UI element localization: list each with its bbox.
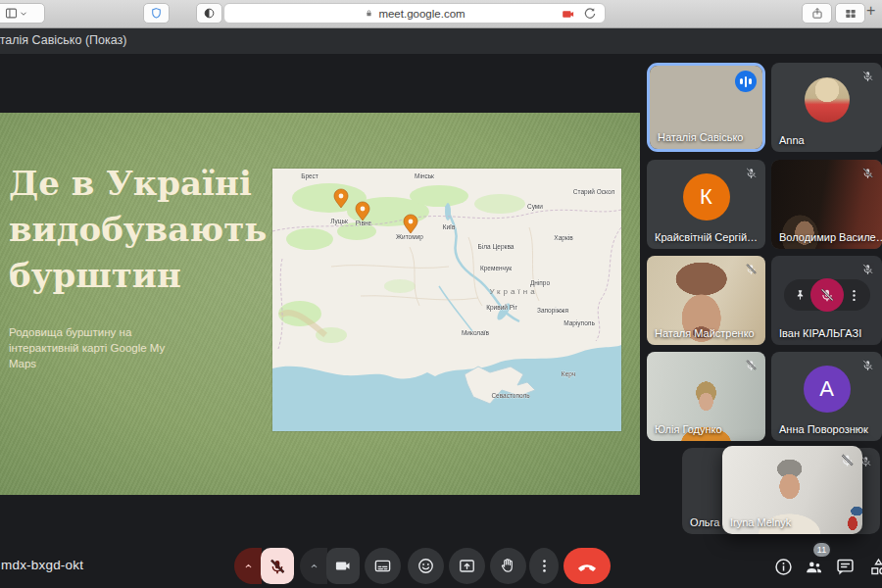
sidebar-toggle-button[interactable]	[0, 3, 45, 24]
participant-tile-yuliia[interactable]: Юлія Годунко	[647, 352, 765, 441]
contrast-icon	[203, 7, 216, 20]
shared-slide: Де в Україні видобувають бурштин Родовищ…	[0, 113, 640, 495]
mic-off-icon	[840, 453, 855, 467]
chevron-up-icon	[309, 561, 319, 571]
map-label: Житомир	[396, 233, 423, 241]
participant-name: Іван КІРАЛЬГАЗІ	[779, 327, 861, 339]
map-label: Кривий Ріг	[486, 304, 517, 312]
muted-indicator[interactable]	[810, 278, 844, 312]
more-options-icon	[536, 558, 553, 574]
presenter-name: Наталія Савісько (Показ)	[0, 27, 126, 54]
mic-off-icon	[861, 167, 874, 179]
presenter-banner: Наталія Савісько (Показ)	[0, 27, 882, 54]
more-options-button[interactable]	[529, 548, 559, 584]
participant-name: Ольга	[690, 516, 719, 528]
avatar: А	[804, 366, 851, 413]
mic-off-icon	[861, 263, 874, 275]
participant-tile-natalia-savisko[interactable]: Наталія Савісько	[647, 63, 765, 152]
pin-icon[interactable]	[793, 288, 808, 303]
meeting-code: mdx-bxgd-okt	[1, 558, 83, 572]
avatar	[805, 77, 850, 122]
mic-off-icon	[745, 263, 758, 275]
mic-options-chevron[interactable]	[234, 548, 262, 584]
participant-name: Крайсвітній Сергій…	[655, 231, 758, 243]
darkmode-extension-button[interactable]	[196, 3, 222, 24]
map-label: Рівне	[356, 220, 372, 226]
participant-tile-povorozniuk[interactable]: А Анна Поворознюк	[771, 352, 882, 441]
map-label: Керч	[562, 370, 575, 378]
map-label: Кременчук	[480, 265, 512, 272]
map-label: Брест	[301, 172, 318, 180]
more-options-icon[interactable]	[847, 288, 861, 303]
end-call-button[interactable]	[564, 548, 611, 584]
participant-tile-maistrenko[interactable]: Наталя Майстренко	[647, 256, 765, 345]
map-label: Мінськ	[415, 172, 434, 179]
chevron-up-icon	[243, 561, 254, 571]
participant-count-badge: 11	[811, 541, 832, 559]
map-label: Миколаїв	[462, 329, 490, 336]
camera-in-use-icon	[561, 6, 577, 23]
reload-icon[interactable]	[582, 6, 598, 22]
map-label: Київ	[443, 223, 456, 230]
slide-title: Де в Україні видобувають бурштин	[9, 161, 267, 299]
participant-name: Анна Поворознюк	[779, 423, 868, 435]
mic-off-icon	[745, 167, 758, 179]
participant-tile-anna[interactable]: Anna	[771, 63, 882, 152]
mic-off-icon	[819, 287, 835, 303]
lock-icon	[364, 8, 374, 19]
meet-toolbar: mdx-bxgd-okt 11	[0, 545, 882, 588]
participants-button[interactable]	[804, 557, 824, 577]
mic-off-icon	[745, 359, 758, 371]
camera-options-chevron[interactable]	[300, 548, 327, 584]
participant-tile-ivan[interactable]: Іван КІРАЛЬГАЗІ	[771, 256, 882, 345]
captions-button[interactable]	[365, 548, 401, 584]
raise-hand-icon	[499, 557, 517, 575]
new-tab-button[interactable]: +	[866, 2, 875, 20]
tabs-grid-icon	[844, 7, 858, 21]
sidebar-icon	[4, 6, 19, 21]
ukraine-map: .city{font:6.5px "Liberation Sans",sans-…	[272, 169, 621, 431]
tab-overview-button[interactable]	[835, 3, 865, 24]
participant-name: Anna	[779, 134, 805, 146]
participant-tile-iryna[interactable]: Iryna Melnyk	[722, 446, 862, 534]
mic-toggle-button[interactable]	[261, 548, 294, 584]
participant-name: Володимир Василе…	[779, 231, 882, 243]
participant-name: Iryna Melnyk	[730, 516, 791, 528]
camera-toggle-button[interactable]	[326, 548, 360, 584]
map-label: Біла Церква	[478, 243, 514, 251]
map-label: Суми	[527, 203, 543, 211]
map-label: Харків	[554, 234, 573, 242]
raise-hand-button[interactable]	[490, 548, 526, 584]
speaking-indicator-icon	[735, 71, 757, 92]
slide-subtitle: Родовища бурштину на інтерактивній карті…	[9, 324, 165, 371]
participant-name: Юлія Годунко	[655, 423, 722, 435]
chat-button[interactable]	[835, 557, 856, 577]
tile-hover-controls	[784, 279, 870, 311]
url-text: meet.google.com	[378, 8, 465, 20]
meeting-details-button[interactable]	[773, 557, 794, 577]
present-screen-button[interactable]	[449, 548, 485, 584]
chevron-down-icon	[19, 9, 28, 19]
map-label: Запоріжжя	[537, 307, 568, 315]
mic-off-icon	[861, 70, 874, 82]
avatar: К	[683, 173, 730, 220]
reactions-button[interactable]	[408, 548, 444, 584]
privacy-shield-extension-button[interactable]	[143, 3, 170, 24]
end-call-icon	[576, 556, 598, 577]
share-icon	[810, 6, 824, 21]
map-label: Маріуполь	[564, 319, 595, 327]
address-bar[interactable]: meet.google.com	[223, 3, 606, 24]
activities-button[interactable]	[868, 557, 882, 577]
camera-icon	[334, 557, 353, 575]
map-label: Луцьк	[330, 218, 348, 225]
emoji-smile-icon	[416, 557, 435, 575]
share-button[interactable]	[802, 3, 832, 24]
browser-chrome: meet.google.com +	[0, 0, 882, 28]
participant-tile-kraisvitnii[interactable]: К Крайсвітній Сергій…	[647, 160, 765, 249]
map-label: Україна	[489, 287, 537, 296]
shield-icon	[150, 6, 163, 21]
map-label: Севастополь	[491, 392, 530, 399]
map-label: Старий Оскол	[573, 188, 615, 196]
participant-tile-volodymyr[interactable]: Володимир Василе…	[771, 160, 882, 249]
mic-off-icon	[861, 359, 874, 371]
